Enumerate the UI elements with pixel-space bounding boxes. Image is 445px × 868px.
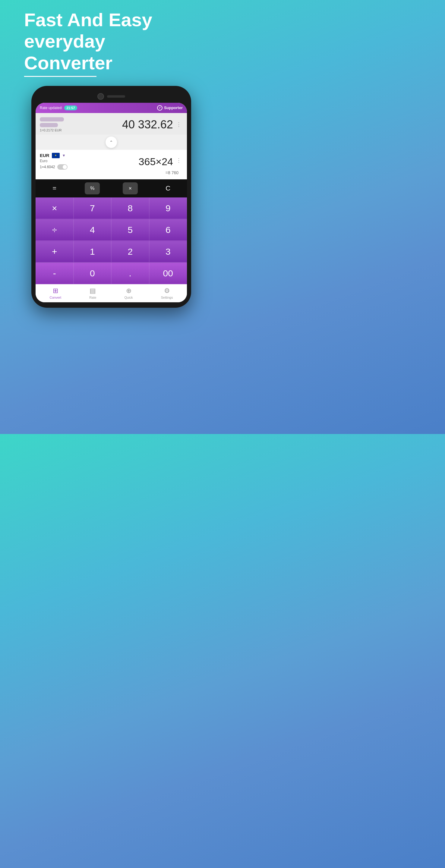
phone-mockup: Rate updated: 21:57 ✓ Supporter 1=0.2172… bbox=[31, 86, 191, 308]
top-dots-menu[interactable]: ⋮ bbox=[175, 120, 183, 129]
bottom-currency-left: EUR ★ ▼ Euro 1=4.6042 bbox=[40, 153, 67, 170]
currency-placeholder bbox=[40, 117, 64, 127]
rate-toggle-switch[interactable] bbox=[57, 164, 67, 170]
num-btn-_[interactable]: ÷ bbox=[36, 219, 73, 241]
num-btn-8[interactable]: 8 bbox=[111, 197, 149, 219]
num-btn-_[interactable]: . bbox=[111, 262, 149, 284]
currency-code: EUR bbox=[40, 153, 50, 158]
num-btn-_[interactable]: + bbox=[36, 241, 73, 262]
num-btn-00[interactable]: 00 bbox=[149, 262, 187, 284]
nav-item-convert[interactable]: ⊞Convert bbox=[50, 287, 61, 299]
placeholder-bar-narrow bbox=[40, 123, 58, 127]
phone-outer: Rate updated: 21:57 ✓ Supporter 1=0.2172… bbox=[31, 86, 191, 308]
nav-label-rate: Rate bbox=[89, 296, 96, 299]
nav-label-quick: Quick bbox=[124, 296, 132, 299]
nav-item-settings[interactable]: ⚙Settings bbox=[161, 287, 173, 299]
rate-updated-info: Rate updated: 21:57 bbox=[40, 105, 77, 110]
hero-section: Fast And Easy everyday Converter bbox=[0, 0, 222, 83]
num-btn-4[interactable]: 4 bbox=[73, 219, 112, 241]
hero-title: Fast And Easy everyday Converter bbox=[24, 9, 198, 73]
hero-underline bbox=[24, 76, 96, 77]
num-btn-_[interactable]: × bbox=[36, 197, 73, 219]
top-amount-display: 40 332.62 bbox=[122, 118, 173, 131]
bottom-currency-row-top: EUR ★ ▼ Euro 1=4.6042 365×24 ⋮ bbox=[40, 153, 183, 170]
bottom-currency-section: EUR ★ ▼ Euro 1=4.6042 365×24 ⋮ bbox=[36, 150, 187, 179]
bottom-dots-menu[interactable]: ⋮ bbox=[175, 156, 183, 165]
num-btn-7[interactable]: 7 bbox=[73, 197, 112, 219]
supporter-check-icon: ✓ bbox=[157, 105, 162, 111]
bottom-nav: ⊞Convert▤Rate⊕Quick⚙Settings bbox=[36, 284, 187, 302]
nav-icon-quick: ⊕ bbox=[126, 287, 131, 295]
nav-label-convert: Convert bbox=[50, 296, 61, 299]
currency-name: Euro bbox=[40, 159, 67, 163]
nav-icon-convert: ⊞ bbox=[53, 287, 58, 295]
num-btn-6[interactable]: 6 bbox=[149, 219, 187, 241]
phone-screen: Rate updated: 21:57 ✓ Supporter 1=0.2172… bbox=[36, 103, 187, 302]
formula-display: 365×24 bbox=[139, 156, 173, 167]
nav-item-rate[interactable]: ▤Rate bbox=[89, 287, 96, 299]
status-bar: Rate updated: 21:57 ✓ Supporter bbox=[36, 103, 187, 113]
num-btn-9[interactable]: 9 bbox=[149, 197, 187, 219]
num-btn-0[interactable]: 0 bbox=[73, 262, 112, 284]
operator-row: = % ✕ C bbox=[36, 179, 187, 197]
placeholder-bar-wide bbox=[40, 117, 64, 121]
rate-toggle-row: 1=4.6042 bbox=[40, 164, 67, 170]
supporter-badge: ✓ Supporter bbox=[157, 105, 183, 111]
front-camera bbox=[97, 93, 104, 100]
phone-speaker bbox=[107, 95, 125, 98]
nav-label-settings: Settings bbox=[161, 296, 173, 299]
top-exchange-rate: 1=0.2172 EUR bbox=[40, 128, 64, 132]
nav-item-quick[interactable]: ⊕Quick bbox=[124, 287, 132, 299]
currency-dropdown-arrow[interactable]: ▼ bbox=[62, 153, 66, 158]
swap-button[interactable]: ⌃ bbox=[106, 136, 117, 148]
num-btn-2[interactable]: 2 bbox=[111, 241, 149, 262]
nav-icon-rate: ▤ bbox=[90, 287, 96, 295]
eu-flag-icon: ★ bbox=[52, 153, 60, 158]
nav-icon-settings: ⚙ bbox=[164, 287, 170, 295]
top-currency-info: 1=0.2172 EUR bbox=[40, 117, 64, 132]
result-display: =8 760 bbox=[40, 170, 183, 178]
top-currency-row[interactable]: 1=0.2172 EUR 40 332.62 ⋮ bbox=[36, 113, 187, 135]
num-btn-3[interactable]: 3 bbox=[149, 241, 187, 262]
num-btn-1[interactable]: 1 bbox=[73, 241, 112, 262]
swap-area: ⌃ bbox=[36, 135, 187, 150]
clear-button[interactable]: C bbox=[160, 182, 175, 194]
keypad-section: = % ✕ C ×789÷456+123-0.00 bbox=[36, 179, 187, 284]
numpad: ×789÷456+123-0.00 bbox=[36, 197, 187, 284]
num-btn-_[interactable]: - bbox=[36, 262, 73, 284]
phone-notch bbox=[36, 91, 187, 103]
rate-time-badge: 21:57 bbox=[64, 105, 77, 110]
backspace-button[interactable]: ✕ bbox=[123, 182, 138, 194]
rate-value: 1=4.6042 bbox=[40, 165, 55, 169]
equals-button[interactable]: = bbox=[47, 182, 62, 194]
percent-button[interactable]: % bbox=[85, 182, 100, 194]
rate-updated-label: Rate updated: bbox=[40, 106, 62, 110]
num-btn-5[interactable]: 5 bbox=[111, 219, 149, 241]
currency-label-row[interactable]: EUR ★ ▼ bbox=[40, 153, 67, 158]
